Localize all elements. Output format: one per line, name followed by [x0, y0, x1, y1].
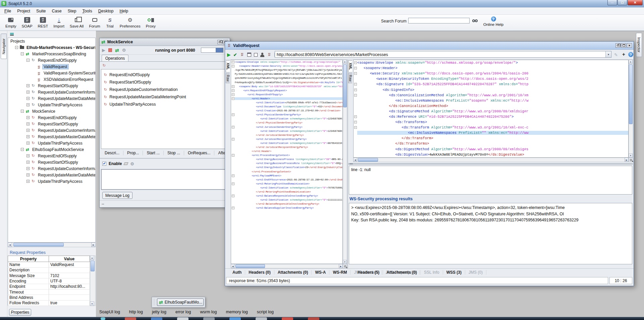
import-button[interactable]: ↓Import — [51, 15, 67, 28]
minimize-button[interactable]: — — [607, 0, 617, 5]
property-row[interactable]: Description — [8, 267, 90, 273]
xml-line[interactable]: − <urn1:ProcessEnergyContext> — [231, 153, 342, 157]
tree-item[interactable]: +↻RequestStartOfSupply — [8, 159, 95, 165]
xml-line[interactable]: /kge7Mv7WV8iDMjM7hcQPRA1Epo+PfjVQof6V/mC… — [231, 68, 342, 72]
log-tab-jetty[interactable]: jetty log — [152, 310, 166, 314]
search-forum-input[interactable] — [408, 18, 470, 23]
menu-case[interactable]: Case — [49, 8, 65, 14]
taskbar-item[interactable] — [177, 317, 189, 320]
search-icon[interactable] — [472, 18, 478, 23]
editor-tab-raw[interactable]: Raw — [348, 73, 352, 83]
tree-expander[interactable]: + — [26, 154, 30, 157]
inspector-tab[interactable]: WSS (3) — [443, 270, 465, 275]
request-vertical-scrollbar[interactable]: ▲ ▼ — [343, 60, 347, 264]
property-row[interactable]: Message Size7102 — [8, 273, 90, 278]
mock-operation-item[interactable]: ↻UpdateThirdPartyAccess — [101, 101, 229, 108]
property-row[interactable]: NameValidRequest — [8, 262, 90, 267]
mock-tab[interactable]: Start ... — [143, 151, 164, 155]
xml-line[interactable]: </urn2:PhysicalSenderEnergyParty> — [231, 121, 342, 125]
mock-operation-item[interactable]: ↻RequestStartOfSupply — [101, 78, 229, 86]
xml-line[interactable]: <urn2:Identification schemeAgencyIdentif… — [231, 186, 342, 190]
fold-toggle-icon[interactable]: − — [232, 65, 234, 67]
xml-line[interactable]: <urn2:Creation>2015-08-28T09:57:15.279+0… — [231, 109, 342, 113]
tree-expander[interactable]: − — [21, 110, 24, 113]
tree-expander[interactable]: + — [26, 173, 30, 176]
tree-expander[interactable]: + — [26, 103, 30, 106]
tree-item[interactable]: +↻RequestUpdateCustomerInformation — [8, 89, 95, 95]
xml-line[interactable]: <urn2:Identification schemeAgencyIdentif… — [231, 141, 342, 145]
fold-toggle-icon[interactable]: − — [232, 138, 234, 141]
xml-line[interactable]: </urn2:MeteringPointUsedDomainLocation> — [231, 190, 342, 194]
restart-mockservice-icon[interactable]: ⇄ — [115, 48, 119, 53]
inspector-tab[interactable]: Attachments (0) — [274, 270, 312, 275]
property-row[interactable]: Follow Redirectstrue — [8, 300, 90, 306]
tree-expander[interactable]: − — [15, 46, 18, 49]
tree-item[interactable]: +↻RequestStartOfSupply — [8, 121, 95, 127]
xml-line[interactable]: </ds:CanonicalizationMethod> — [354, 103, 628, 109]
fold-toggle-icon[interactable]: − — [354, 115, 357, 118]
response-splitter[interactable] — [348, 163, 633, 165]
soap-button[interactable]: SOAPSOAP — [19, 15, 35, 28]
xml-line[interactable]: </ds:Transform> — [354, 136, 628, 141]
frame-close-button[interactable]: ✕ — [627, 43, 632, 48]
xml-line[interactable]: −<soapenv:Envelope xmlns:soapenv="http:/… — [354, 60, 628, 65]
tree-item[interactable]: SOAPValidRequest — [8, 63, 95, 70]
fold-toggle-icon[interactable]: − — [354, 72, 357, 75]
mock-operation-item[interactable]: ↻RequestEndOfSupply — [101, 71, 229, 78]
xml-line[interactable]: − <ds:Transforms> — [354, 119, 628, 125]
empty-button[interactable]: Empty — [3, 15, 19, 28]
taskbar-item[interactable] — [308, 317, 319, 320]
inspector-tab[interactable]: Auth — [229, 270, 245, 275]
xml-line[interactable]: </urn1:ProcessEnergyContext> — [231, 170, 342, 174]
xml-line[interactable]: <urn2:Identification schemeAgencyIdentif… — [231, 198, 342, 202]
tree-expander[interactable]: + — [26, 91, 30, 94]
tree-item[interactable]: −⇄MarketProcessesSoapBinding — [8, 51, 95, 57]
xml-line[interactable]: − <urn2:BalanceSupplierInvolvedEnergyPar… — [231, 206, 342, 210]
fold-toggle-icon[interactable]: − — [232, 85, 234, 88]
start-orb-icon[interactable] — [101, 317, 105, 320]
cancel-request-icon[interactable] — [254, 53, 258, 57]
recreate-request-icon[interactable] — [247, 53, 251, 57]
log-tab-script[interactable]: script log — [257, 310, 274, 314]
xml-line[interactable]: <urn2:Identification>cfb2d698-60db-4f97-… — [231, 101, 342, 105]
tree-expander[interactable]: + — [26, 167, 30, 170]
xml-line[interactable]: −<soapenv:Envelope xmlns:soapenv="http:/… — [231, 60, 342, 64]
tree-expander[interactable]: + — [26, 84, 30, 87]
fold-toggle-icon[interactable]: − — [232, 113, 234, 116]
xml-line[interactable]: <ds:DigestValue>4wkKXA3W8ElPEADUjptayvM7… — [354, 152, 628, 157]
xml-line[interactable]: <urn2:EnergyBusinessProcessRole listAgen… — [231, 161, 342, 165]
menu-tools[interactable]: Tools — [79, 8, 95, 14]
stop-mockservice-icon[interactable] — [108, 48, 112, 52]
xml-line[interactable]: <urn2:DocumentType listAgencyIdentifier=… — [231, 105, 342, 109]
log-tab-memory[interactable]: memory log — [226, 310, 248, 314]
chevron-down-icon[interactable]: ▼ — [605, 51, 611, 57]
fold-toggle-icon[interactable]: − — [354, 83, 357, 86]
submit-request-icon[interactable]: ▶ — [227, 52, 231, 57]
xml-line[interactable]: Py/5A26tvbEHLo3AOStGykEFb8s/WNK66rehBILY… — [231, 72, 342, 76]
taskbar-item[interactable] — [203, 317, 215, 320]
xml-line[interactable]: − <urn2:MeteringPointUsedDomainLocation> — [231, 182, 342, 186]
tree-expander[interactable]: − — [21, 148, 24, 151]
fold-toggle-icon[interactable]: − — [232, 182, 234, 185]
proxy-button[interactable]: Proxy — [143, 15, 158, 28]
xml-line[interactable]: − <urn2:BalanceResponsibleInvolvedEnergy… — [231, 194, 342, 198]
taskbar-item[interactable] — [151, 317, 162, 320]
fold-toggle-icon[interactable]: − — [232, 154, 234, 157]
property-row[interactable]: EncodingUTF-8 — [8, 278, 90, 284]
tree-expander[interactable]: + — [26, 129, 30, 132]
fold-toggle-icon[interactable]: − — [232, 89, 234, 92]
xml-line[interactable]: <wsse:BinarySecurityToken EncodingType="… — [354, 76, 628, 82]
request-xml[interactable]: −<soapenv:Envelope xmlns:soapenv="http:/… — [231, 60, 343, 264]
fold-toggle-icon[interactable]: − — [354, 94, 357, 97]
tree-item[interactable]: +↻RequestUpdateMasterDataMeteringPoint — [8, 95, 95, 102]
mock-tab[interactable]: OnReques... — [184, 151, 214, 155]
edit-endpoint-icon[interactable]: ✎ — [614, 52, 618, 57]
xml-line[interactable]: − <soapenv:Header><wsse:Security xmlns:w… — [231, 64, 342, 68]
fold-toggle-icon[interactable]: − — [232, 195, 234, 197]
tree-item[interactable]: +↻RequestUpdateMasterDataMeteringPoint — [8, 172, 95, 178]
xml-line[interactable]: qnhcN5M3+1ootykSqyXTWkuKOxYVygzI2gXNA53r… — [231, 76, 342, 80]
property-row[interactable]: Bind Address — [8, 295, 90, 300]
mockservice-options-icon[interactable]: ⚙ — [122, 48, 126, 53]
fold-toggle-icon[interactable]: − — [354, 61, 357, 64]
tree-expander[interactable]: + — [26, 97, 30, 100]
